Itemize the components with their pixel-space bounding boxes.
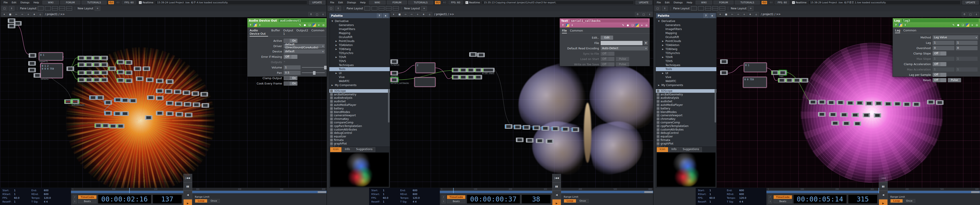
timecode-mode-button[interactable]: TimeCode xyxy=(773,195,792,199)
palette-list-item[interactable]: customAttributes xyxy=(656,128,716,131)
network-node[interactable] xyxy=(936,100,943,105)
network-node[interactable] xyxy=(913,102,920,106)
io-indicator[interactable]: O|I xyxy=(762,1,767,4)
timeline-ruler[interactable]: 1100200300400500600 xyxy=(767,188,980,191)
dropdown-field[interactable]: default xyxy=(284,49,325,54)
network-node[interactable] xyxy=(93,70,100,75)
value-field[interactable]: 1 xyxy=(284,65,301,70)
copy-parameters-icon[interactable]: ❑ xyxy=(308,23,311,27)
add-bookmark-icon[interactable]: + xyxy=(741,12,747,16)
menu-item[interactable]: File xyxy=(655,1,663,4)
parameter-tab[interactable]: Common xyxy=(903,29,916,33)
comment-icon[interactable]: ● xyxy=(626,24,630,27)
network-node[interactable] xyxy=(28,68,36,72)
network-node[interactable] xyxy=(165,89,172,94)
network-node[interactable] xyxy=(552,127,559,131)
slider-track[interactable] xyxy=(302,73,325,73)
nav-back-icon[interactable]: ⇦ xyxy=(730,12,735,16)
timeline-ruler[interactable]: 1100200300400500600 xyxy=(440,188,653,191)
toggle-switch[interactable]: On xyxy=(284,81,298,86)
network-node[interactable] xyxy=(505,124,512,129)
network-node[interactable] xyxy=(474,68,482,72)
network-node[interactable] xyxy=(121,111,129,116)
network-node[interactable]: audiodevout1 xyxy=(72,99,79,104)
add-layout-button[interactable]: + xyxy=(95,6,100,11)
network-node[interactable]: 0 1 2 0 0 0 759 select2 xyxy=(41,64,62,78)
dropdown-field[interactable]: Auto-Detect xyxy=(601,46,648,51)
menu-item[interactable]: Edit xyxy=(663,1,671,4)
once-button[interactable]: Once xyxy=(903,199,915,203)
parameter-control[interactable]: 0.5 0.5 0.5 + xyxy=(284,71,325,75)
palette-list-item[interactable]: autoMediaPlayer xyxy=(329,103,390,107)
network-node[interactable] xyxy=(523,125,530,130)
checkbox-icon[interactable]: x xyxy=(139,1,142,4)
breadcrumb[interactable]: / project1 / >> xyxy=(434,13,454,16)
python-mode-icon[interactable] xyxy=(635,24,639,27)
parameter-control[interactable]: default default default + xyxy=(284,49,325,54)
units-frames-button[interactable]: / xyxy=(768,195,772,199)
timeline-ruler[interactable]: 1100200300400500600 xyxy=(71,188,326,191)
palette-scrollbar[interactable] xyxy=(714,89,716,122)
palette-tree-item[interactable]: Generators xyxy=(329,23,390,27)
value-field[interactable]: * xyxy=(284,60,285,64)
network-node[interactable]: serial1_callbacks xyxy=(390,78,398,82)
network-node[interactable] xyxy=(894,102,901,106)
nav-back-icon[interactable]: ⇦ xyxy=(403,12,408,16)
pane-type-dropdown-icon[interactable]: ▾ xyxy=(2,12,7,16)
pulse-button[interactable]: Pulse xyxy=(948,78,961,82)
palette-list-item[interactable]: arcBallGeometry xyxy=(656,93,716,96)
units-frames-button[interactable]: / xyxy=(442,195,445,199)
network-node[interactable] xyxy=(856,101,864,105)
transport-button[interactable]: ▮▮ xyxy=(552,182,561,191)
network-node[interactable] xyxy=(720,70,728,75)
palette-list-item[interactable]: cppParsTemplateGen xyxy=(329,124,390,128)
palette-tree-item[interactable]: OculusRift xyxy=(656,35,716,39)
palette-tree-item[interactable]: Mapping xyxy=(656,31,716,35)
operator-name-field[interactable]: serial1_callbacks xyxy=(570,19,648,22)
network-node[interactable] xyxy=(125,78,132,83)
network-node[interactable] xyxy=(175,112,183,116)
operator-name-field[interactable]: audiodevout1 xyxy=(279,19,325,22)
toggle-switch[interactable]: On xyxy=(284,39,298,43)
tree-arrow-icon[interactable]: ▶ xyxy=(662,44,664,46)
network-node[interactable] xyxy=(102,123,109,128)
tree-arrow-icon[interactable]: ▼ xyxy=(331,20,334,22)
tree-arrow-icon[interactable]: ▶ xyxy=(658,84,660,86)
dropdown-field[interactable]: Lag Value xyxy=(932,35,978,40)
window-placement-icon[interactable]: □ xyxy=(655,6,660,11)
network-node[interactable] xyxy=(156,96,164,100)
palette-tree-item[interactable]: TDSynchro xyxy=(329,51,390,55)
parameter-control[interactable]: * * * + xyxy=(284,60,325,64)
network-node[interactable] xyxy=(166,79,173,84)
network-node[interactable] xyxy=(851,113,859,117)
add-parameter-icon[interactable]: + xyxy=(317,23,321,27)
playhead[interactable] xyxy=(878,188,879,193)
help-icon[interactable]: ? xyxy=(561,24,565,27)
network-node[interactable] xyxy=(546,139,554,143)
network-node[interactable] xyxy=(85,56,93,60)
layout-single-button[interactable] xyxy=(691,6,697,10)
network-node[interactable] xyxy=(192,103,200,107)
network-node[interactable] xyxy=(541,126,549,130)
palette-list-item[interactable]: compareComp xyxy=(329,121,390,124)
pane-type-dropdown-icon[interactable]: ▾ xyxy=(391,12,396,16)
network-node[interactable] xyxy=(78,56,85,60)
network-node[interactable] xyxy=(114,111,121,116)
network-node[interactable] xyxy=(64,99,72,104)
value-field-2[interactable]: 0 xyxy=(956,46,978,50)
parameter-control[interactable]: Off Off Off + xyxy=(284,55,325,59)
network-node[interactable] xyxy=(156,111,164,115)
transport-button[interactable]: ▮▮ xyxy=(879,182,888,191)
python-mode-icon[interactable] xyxy=(966,23,969,27)
update-button[interactable]: UPDATE xyxy=(636,1,652,5)
palette-title-bar[interactable]: Palette ? x xyxy=(656,13,716,18)
palette-tree-item[interactable]: ▶ My Components xyxy=(329,83,390,87)
network-node[interactable] xyxy=(720,59,728,64)
tree-arrow-icon[interactable]: ▶ xyxy=(662,72,664,74)
network-node[interactable]: 0 1 convert1 xyxy=(39,53,63,60)
target-icon[interactable]: ◎ xyxy=(645,24,648,27)
palette-tree-item[interactable]: ▶ TDAbleton xyxy=(656,43,716,47)
parameter-control[interactable]: Off Off Off + xyxy=(932,51,978,56)
help-icon[interactable]: ? xyxy=(249,23,252,27)
parameter-control[interactable]: Off Off Off + xyxy=(932,62,978,66)
